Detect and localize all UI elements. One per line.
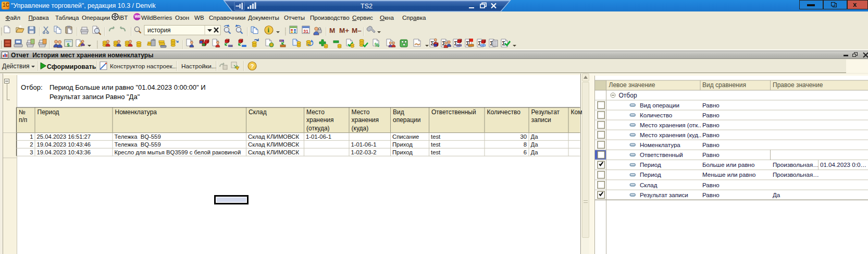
svg-text:Левое значение: Левое значение bbox=[609, 81, 655, 89]
svg-text:3: 3 bbox=[30, 149, 33, 155]
svg-text:Склад КЛИМОВСК: Склад КЛИМОВСК bbox=[248, 141, 299, 148]
svg-text:Место: Место bbox=[306, 108, 325, 116]
svg-text:Да: Да bbox=[531, 141, 539, 148]
svg-text:Период: Период bbox=[38, 108, 59, 116]
svg-text:Тележка BQ-559: Тележка BQ-559 bbox=[115, 134, 161, 140]
svg-text:Равно: Равно bbox=[702, 102, 720, 108]
svg-text:хранения: хранения bbox=[352, 116, 379, 124]
svg-text:№: № bbox=[19, 108, 26, 116]
svg-text:Отбор: Отбор bbox=[619, 92, 637, 99]
svg-text:Номенклатура: Номенклатура bbox=[640, 141, 680, 148]
svg-text:операции: операции bbox=[393, 116, 420, 124]
svg-text:Период: Период bbox=[640, 161, 661, 168]
svg-text:Равно: Равно bbox=[702, 112, 720, 118]
svg-text:Ответственный: Ответственный bbox=[640, 151, 683, 158]
svg-text:Равно: Равно bbox=[702, 151, 720, 158]
svg-text:Склад КЛИМОВСК: Склад КЛИМОВСК bbox=[248, 149, 299, 155]
svg-text:1-01-06-1: 1-01-06-1 bbox=[351, 141, 377, 148]
svg-text:Равно: Равно bbox=[702, 141, 720, 148]
svg-text:Равно: Равно bbox=[702, 131, 720, 138]
svg-text:Приход: Приход bbox=[392, 141, 413, 148]
svg-text:Да: Да bbox=[531, 134, 539, 140]
svg-text:Тележка BQ-559: Тележка BQ-559 bbox=[115, 141, 161, 148]
svg-text:test: test bbox=[431, 134, 441, 140]
svg-text:Результат записи: Результат записи bbox=[640, 191, 688, 198]
svg-text:Склад КЛИМОВСК: Склад КЛИМОВСК bbox=[248, 134, 299, 140]
svg-text:Количество: Количество bbox=[640, 112, 672, 118]
svg-text:записи: записи bbox=[531, 116, 551, 124]
svg-text:Склад: Склад bbox=[640, 182, 658, 188]
svg-text:(откуда): (откуда) bbox=[306, 125, 330, 132]
svg-text:Место хранения (отк..: Место хранения (отк.. bbox=[640, 122, 701, 128]
svg-text:19.04.2023 10:43:36: 19.04.2023 10:43:36 bbox=[37, 149, 91, 155]
svg-text:Меньше или равно: Меньше или равно bbox=[702, 171, 756, 178]
svg-text:6: 6 bbox=[524, 149, 527, 155]
svg-text:Склад: Склад bbox=[249, 108, 267, 116]
svg-text:1-01-06-1: 1-01-06-1 bbox=[306, 134, 331, 140]
svg-text:Количество: Количество bbox=[487, 108, 521, 116]
svg-text:п/п: п/п bbox=[19, 116, 27, 124]
svg-text:Да: Да bbox=[531, 149, 539, 155]
svg-text:1: 1 bbox=[30, 134, 33, 140]
svg-text:(куда): (куда) bbox=[352, 125, 369, 132]
svg-text:Равно: Равно bbox=[702, 122, 720, 128]
svg-text:Номенклатура: Номенклатура bbox=[115, 108, 157, 116]
svg-text:Да: Да bbox=[773, 191, 780, 198]
svg-text:Вид операции: Вид операции bbox=[640, 102, 679, 108]
svg-text:Ответственный: Ответственный bbox=[431, 108, 476, 116]
svg-text:Произвольная…: Произвольная… bbox=[773, 171, 819, 178]
svg-text:2: 2 bbox=[30, 141, 33, 148]
svg-text:Произвольная…: Произвольная… bbox=[773, 161, 819, 168]
svg-text:Место: Место bbox=[352, 108, 370, 116]
svg-text:Вид сравнения: Вид сравнения bbox=[702, 81, 746, 89]
svg-text:01.04.2023 0:0…: 01.04.2023 0:0… bbox=[820, 161, 866, 168]
svg-text:25.04.2023 16:51:27: 25.04.2023 16:51:27 bbox=[37, 134, 91, 140]
svg-text:Равно: Равно bbox=[702, 182, 720, 188]
svg-text:Равно: Равно bbox=[702, 191, 720, 198]
svg-text:Вид: Вид bbox=[393, 108, 404, 116]
svg-text:19.04.2023 10:43:46: 19.04.2023 10:43:46 bbox=[37, 141, 91, 148]
svg-text:Больше или равно: Больше или равно bbox=[702, 161, 754, 168]
svg-text:Приход: Приход bbox=[392, 149, 413, 155]
svg-text:Правое значение: Правое значение bbox=[773, 81, 823, 89]
svg-text:Результат: Результат bbox=[531, 108, 560, 116]
svg-text:Период: Период bbox=[640, 171, 661, 178]
svg-text:8: 8 bbox=[524, 141, 527, 148]
svg-text:1-02-03-2: 1-02-03-2 bbox=[351, 149, 377, 155]
svg-text:Ком: Ком bbox=[571, 108, 582, 116]
svg-text:хранения: хранения bbox=[306, 116, 333, 124]
svg-text:Списание: Списание bbox=[392, 134, 419, 140]
svg-text:test: test bbox=[431, 149, 441, 155]
svg-text:30: 30 bbox=[520, 134, 527, 140]
svg-text:Кресло для мытья BQ3599 с бело: Кресло для мытья BQ3599 с белой раковино… bbox=[115, 149, 241, 155]
svg-text:test: test bbox=[431, 141, 441, 148]
svg-text:Место хранения (куд..: Место хранения (куд.. bbox=[640, 131, 702, 138]
